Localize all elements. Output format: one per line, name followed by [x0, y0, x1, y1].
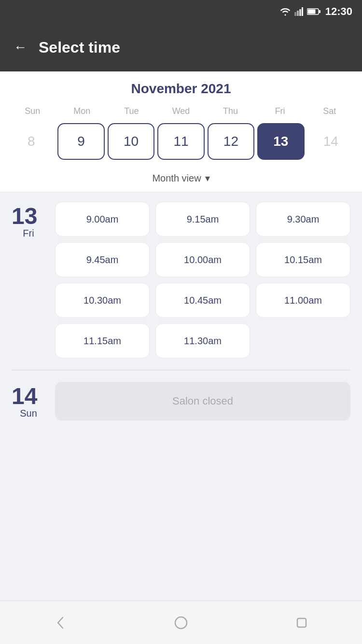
date-cell-10[interactable]: 10 — [108, 123, 154, 160]
time-slot-1030am[interactable]: 10.30am — [55, 283, 150, 318]
nav-home-button[interactable] — [169, 611, 193, 635]
svg-rect-2 — [299, 9, 301, 16]
day-label-14: 14 Sun — [12, 382, 45, 420]
section-divider — [12, 370, 350, 370]
status-icons — [280, 7, 320, 16]
slots-grid-13: 9.00am 9.15am 9.30am 9.45am 10.00am 10.1… — [55, 202, 350, 358]
time-slots-section: 13 Fri 9.00am 9.15am 9.30am 9.45am 10.00… — [0, 192, 362, 478]
signal-icon — [294, 7, 303, 16]
time-slot-915am[interactable]: 9.15am — [155, 202, 250, 237]
day-name-sun: Sun — [12, 408, 45, 419]
svg-point-7 — [175, 617, 187, 629]
home-nav-icon — [174, 616, 188, 630]
day-block-13: 13 Fri 9.00am 9.15am 9.30am 9.45am 10.00… — [12, 202, 350, 358]
time-slot-945am[interactable]: 9.45am — [55, 242, 150, 277]
day-block-14: 14 Sun Salon closed — [12, 382, 350, 420]
time-slot-1045am[interactable]: 10.45am — [155, 283, 250, 318]
back-button[interactable]: ← — [14, 41, 27, 54]
svg-rect-6 — [307, 10, 315, 14]
bottom-nav — [0, 601, 362, 644]
salon-closed-label: Salon closed — [55, 382, 350, 420]
date-cell-14[interactable]: 14 — [307, 123, 354, 160]
time-slot-1100am[interactable]: 11.00am — [256, 283, 350, 318]
day-header-sat: Sat — [305, 104, 354, 118]
month-view-label: Month view — [152, 173, 201, 184]
day-number-14: 14 — [12, 385, 45, 408]
time-slot-1015am[interactable]: 10.15am — [256, 242, 350, 277]
day-header-fri: Fri — [255, 104, 305, 118]
status-time: 12:30 — [325, 5, 352, 18]
svg-rect-0 — [294, 12, 296, 16]
time-slot-930am[interactable]: 9.30am — [256, 202, 350, 237]
svg-rect-3 — [302, 7, 303, 16]
back-nav-icon — [53, 616, 68, 630]
time-slot-1130am[interactable]: 11.30am — [155, 323, 250, 358]
time-slot-1000am[interactable]: 10.00am — [155, 242, 250, 277]
chevron-down-icon: ▾ — [205, 172, 210, 184]
month-year-label: November 2021 — [8, 81, 354, 97]
battery-icon — [307, 8, 320, 15]
wifi-icon — [280, 7, 291, 16]
day-header-thu: Thu — [206, 104, 255, 118]
day-header-tue: Tue — [107, 104, 156, 118]
svg-rect-8 — [297, 618, 306, 627]
calendar-section: November 2021 Sun Mon Tue Wed Thu Fri Sa… — [0, 71, 362, 168]
day-header-wed: Wed — [156, 104, 206, 118]
svg-rect-5 — [319, 10, 320, 13]
date-cell-13[interactable]: 13 — [257, 123, 304, 160]
nav-recent-button[interactable] — [290, 611, 314, 635]
day-headers: Sun Mon Tue Wed Thu Fri Sat — [8, 104, 354, 118]
status-bar: 12:30 — [0, 0, 362, 23]
date-cell-8[interactable]: 8 — [8, 123, 55, 160]
date-cell-12[interactable]: 12 — [208, 123, 254, 160]
page-title: Select time — [39, 39, 120, 56]
time-slot-900am[interactable]: 9.00am — [55, 202, 150, 237]
date-row: 8 9 10 11 12 13 14 — [8, 123, 354, 168]
day-number-13: 13 — [12, 205, 45, 228]
time-slot-1115am[interactable]: 11.15am — [55, 323, 150, 358]
month-view-toggle[interactable]: Month view ▾ — [0, 168, 362, 192]
date-cell-9[interactable]: 9 — [57, 123, 104, 160]
day-header-sun: Sun — [8, 104, 57, 118]
date-cell-11[interactable]: 11 — [157, 123, 204, 160]
app-header: ← Select time — [0, 23, 362, 71]
recent-nav-icon — [294, 616, 309, 630]
day-name-fri: Fri — [12, 228, 45, 239]
svg-rect-1 — [297, 11, 299, 16]
day-header-mon: Mon — [57, 104, 107, 118]
nav-back-button[interactable] — [48, 611, 72, 635]
day-label-13: 13 Fri — [12, 202, 45, 358]
